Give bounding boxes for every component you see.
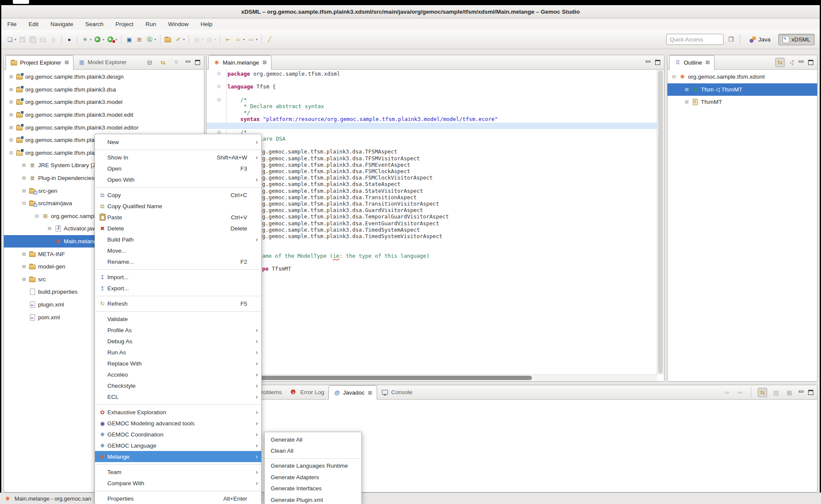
menu-item-compare-with[interactable]: Compare With› [95,477,261,489]
submenu-item-generate-plugin-xml[interactable]: Generate Plugin.xml [265,494,361,504]
dropdown-caret-icon[interactable]: ▾ [15,38,16,41]
open-type-button[interactable] [163,34,173,45]
collapse-all-icon[interactable]: ⊟ [145,58,154,67]
menu-item-new[interactable]: New› [95,136,261,147]
new-wizard-button[interactable]: ❏▾ [5,34,17,45]
fold-collapse-icon[interactable]: ⊖ [217,97,223,103]
menu-item-open[interactable]: OpenF3 [95,163,261,174]
close-icon[interactable]: ⊠ [65,59,69,65]
menubar-item-navigate[interactable]: Navigate [44,19,79,29]
tree-item-tfsm-tfsmmt[interactable]: ⊞❖Tfsm ◁ TfsmMT [667,83,817,96]
new-package-button[interactable]: ⊞ [135,34,144,45]
tree-expander[interactable]: ⊞ [682,99,691,105]
tree-item-org-gemoc-sample-tfsm-plaink3-model-edit[interactable]: ⊞org.gemoc.sample.tfsm.plaink3.model.edi… [4,109,204,121]
tree-item-tfsmmt[interactable]: ⊞TfsmMT [667,96,817,109]
tree-expander[interactable]: ⊞ [19,188,29,194]
tree-expander[interactable]: ⊞ [6,74,16,80]
tab-model-explorer[interactable]: ▦Model Explorer [74,55,131,69]
close-icon[interactable]: ⊠ [263,59,267,65]
tab-javadoc[interactable]: @Javadoc⊠ [328,385,377,400]
menu-item-profile-as[interactable]: Profile As› [95,324,261,336]
link-with-editor-icon[interactable]: ⇆ [159,58,167,67]
tree-expander[interactable]: ⊞ [682,87,691,92]
print-button[interactable] [38,34,48,45]
quick-access-input[interactable] [666,34,724,45]
external-tools-button[interactable]: ✳▾ [80,34,92,45]
menu-item-rename-[interactable]: Rename...F2 [95,256,261,267]
menubar-item-run[interactable]: Run [139,19,162,29]
tab-error-log[interactable]: Error Log [286,385,328,399]
menu-item-acceleo[interactable]: Acceleo› [95,369,261,380]
tree-expander[interactable]: ⊟ [19,200,29,206]
back-button[interactable]: ⇦▾ [233,34,245,45]
menu-item-move-[interactable]: Move... [95,245,261,256]
last-edit-button[interactable]: ⇤ [223,34,233,45]
maximize-icon[interactable] [808,390,813,395]
submenu-item-clean-all[interactable]: Clean All [265,445,361,456]
task-button[interactable]: ▨▾ [192,34,204,45]
debug-attach-button[interactable]: ◎ [49,34,58,45]
tree-item-org-gemoc-sample-tfsm-plaink3-model-editor[interactable]: ⊞org.gemoc.sample.tfsm.plaink3.model.edi… [4,121,204,134]
menu-item-gemoc-modeling-advanced-tools[interactable]: ◉GEMOC Modeling advanced tools› [95,418,261,429]
dropdown-caret-icon[interactable]: ▾ [201,38,203,41]
tab-console[interactable]: Console [377,385,417,399]
menu-item-build-path[interactable]: Build Path› [95,234,261,245]
fold-collapse-icon[interactable]: ⊖ [217,83,223,90]
maximize-icon[interactable] [195,60,200,65]
code-area[interactable]: package org.gemoc.sample.tfsm.xdsmllangu… [227,71,657,374]
window-titlebar[interactable]: xDSML – org.gemoc.sample.tfsm.plaink3.xd… [1,5,820,18]
menu-item-replace-with[interactable]: Replace With› [95,358,261,369]
tree-expander[interactable]: ⊞ [19,251,29,257]
run-button[interactable]: ▾ [93,34,105,45]
dropdown-caret-icon[interactable]: ▾ [256,38,257,41]
pin-icon[interactable]: ▨ [772,388,780,397]
tree-expander[interactable]: ⊞ [6,112,16,118]
menu-item-gemoc-language[interactable]: ❖GEMOC Language› [95,440,261,451]
menu-item-exhaustive-exploration[interactable]: ✿Exhaustive Exploration› [95,407,261,418]
tab-main-melange[interactable]: ❋Main.melange⊠ [208,55,272,70]
minimize-icon[interactable] [185,60,190,65]
maximize-icon[interactable] [655,60,660,65]
submenu-item-generate-adapters[interactable]: Generate Adapters [265,472,361,483]
forward-icon[interactable]: ⇨ [736,388,744,397]
link-with-editor-icon[interactable]: ⇆ [775,58,785,67]
tab-outline[interactable]: ⠿Outline⊠ [669,55,715,70]
close-icon[interactable]: ⊠ [706,59,710,65]
tree-expander[interactable]: ⊞ [19,175,29,181]
dropdown-caret-icon[interactable]: ▾ [214,38,216,41]
menu-item-ecl[interactable]: ECL› [95,391,261,402]
view-menu-icon[interactable]: ▽ [172,58,180,67]
menu-item-debug-as[interactable]: Debug As› [95,336,261,347]
menu-item-refresh[interactable]: ↻RefreshF5 [95,298,261,309]
tree-expander[interactable]: ⊟ [32,213,41,219]
submenu-item-generate-interfaces[interactable]: Generate Interfaces [265,483,361,494]
tree-expander[interactable]: ⊟ [6,150,16,156]
tree-item-org-gemoc-sample-tfsm-plaink3-dsa[interactable]: ⊞org.gemoc.sample.tfsm.plaink3.dsa [4,83,204,96]
save-button[interactable] [18,34,27,45]
menu-item-melange[interactable]: ❋Melange› [95,451,261,462]
new-java-project-button[interactable]: ▣ [124,34,134,45]
new-class-button[interactable]: Ⓖ▾ [145,34,157,45]
tree-expander[interactable]: ⊟ [669,74,679,80]
menubar-item-file[interactable]: File [1,19,23,29]
search-button[interactable]: ✐▾ [174,34,186,45]
tree-item-org-gemoc-sample-tfsm-plaink3-model[interactable]: ⊞org.gemoc.sample.tfsm.plaink3.model [4,96,204,109]
menu-item-show-in[interactable]: Show InShift+Alt+W› [95,152,261,163]
editor-body[interactable]: ⊖⊖⊖⊖ package org.gemoc.sample.tfsm.xdsml… [207,70,664,381]
vertical-scrollbar-thumb[interactable] [658,71,663,374]
menu-item-run-as[interactable]: Run As› [95,347,261,358]
sort-icon[interactable]: ↓az [789,59,794,65]
save-all-button[interactable] [28,34,38,45]
menu-item-validate[interactable]: Validate [95,313,261,324]
open-perspective-icon[interactable]: ❒ [727,36,735,43]
menu-item-checkstyle[interactable]: Checkstyle› [95,380,261,391]
tree-expander[interactable]: ⊞ [6,87,16,92]
tree-expander[interactable]: ⊞ [19,277,29,282]
forward-button[interactable]: ⇨▾ [246,34,258,45]
dropdown-caret-icon[interactable]: ▾ [183,38,185,41]
browser-button[interactable]: ● [65,34,74,45]
dropdown-caret-icon[interactable]: ▾ [90,38,92,41]
menu-item-gemoc-coordination[interactable]: ❖GEMOC Coordination› [95,429,261,440]
tree-expander[interactable]: ⊞ [6,125,16,130]
tab-project-explorer[interactable]: Project Explorer⊠ [6,55,74,70]
